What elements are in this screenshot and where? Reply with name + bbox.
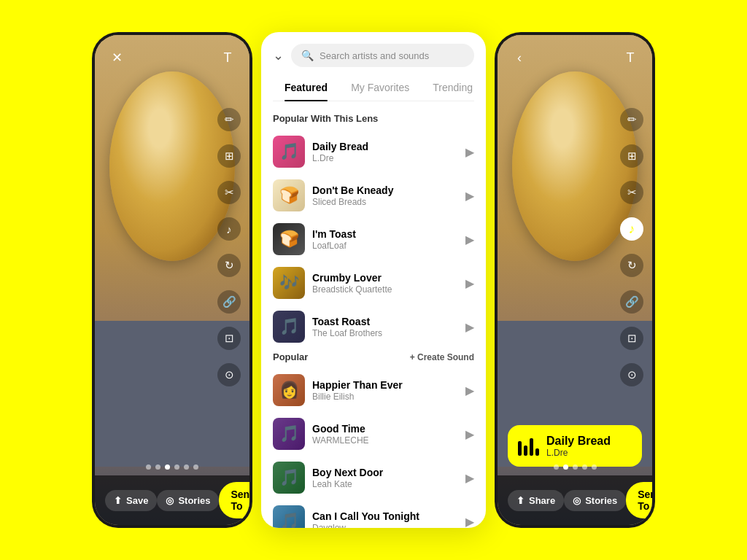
panel-body: Popular With This Lens 🎵 Daily Bread L.D… xyxy=(261,101,486,528)
song-item-dont-be-kneady[interactable]: 🍞 Don't Be Kneady Sliced Breads ▶ xyxy=(261,174,486,217)
dot-r3 xyxy=(573,464,578,470)
tab-trending[interactable]: Trending xyxy=(421,76,484,101)
song-title-1: Daily Bread xyxy=(312,141,458,152)
stories-label: Stories xyxy=(178,495,210,506)
song-thumb-2: 🍞 xyxy=(273,179,305,211)
left-phone: ✕ T ✏ ⊞ ✂ ♪ ↻ 🔗 ⊡ ⊙ ⬆ Save xyxy=(92,32,252,528)
bread-lens-overlay xyxy=(109,71,235,261)
song-artist-6: Billie Eilish xyxy=(312,392,458,402)
song-thumb-5: 🎵 xyxy=(273,311,305,343)
song-item-good-time[interactable]: 🎵 Good Time WARMLECHE ▶ xyxy=(261,412,486,456)
song-info-2: Don't Be Kneady Sliced Breads xyxy=(312,184,458,207)
popular-header: Popular + Create Sound xyxy=(261,349,486,368)
play-button-7[interactable]: ▶ xyxy=(465,427,474,441)
search-icon: 🔍 xyxy=(301,50,314,61)
song-thumb-7: 🎵 xyxy=(273,418,305,450)
play-button-3[interactable]: ▶ xyxy=(465,233,474,246)
dot-6 xyxy=(193,464,198,470)
song-title-5: Toast Roast xyxy=(312,316,458,327)
song-item-toast-roast[interactable]: 🎵 Toast Roast The Loaf Brothers ▶ xyxy=(261,305,486,349)
timer-tool-right[interactable]: ⊙ xyxy=(620,363,643,386)
music-visualizer xyxy=(518,435,539,456)
pen-tool[interactable]: ✏ xyxy=(217,108,241,131)
song-artist-5: The Loaf Brothers xyxy=(312,328,458,338)
play-button-8[interactable]: ▶ xyxy=(465,471,474,485)
dot-1 xyxy=(146,464,151,470)
close-button[interactable]: ✕ xyxy=(107,47,127,68)
song-title-8: Boy Next Door xyxy=(312,467,458,478)
music-tool-right[interactable]: ♪ xyxy=(620,217,643,241)
panel-header: ⌄ 🔍 Search artists and sounds Featured M… xyxy=(261,32,486,101)
stories-button[interactable]: ◎ Stories xyxy=(157,490,219,511)
music-tool[interactable]: ♪ xyxy=(217,217,241,241)
tab-featured[interactable]: Featured xyxy=(273,76,339,101)
song-item-boy-next-door[interactable]: 🎵 Boy Next Door Leah Kate ▶ xyxy=(261,456,486,499)
song-title-7: Good Time xyxy=(312,423,458,435)
song-item-call-you-tonight[interactable]: 🎵 Can I Call You Tonight Dayglow ▶ xyxy=(261,499,486,528)
song-artist-9: Dayglow xyxy=(312,523,458,529)
play-button-4[interactable]: ▶ xyxy=(465,276,474,290)
dot-2 xyxy=(155,464,160,470)
scissors-tool[interactable]: ✂ xyxy=(217,181,241,204)
bread-lens-overlay-right xyxy=(512,71,638,261)
sticker-tool[interactable]: ⊞ xyxy=(217,144,241,168)
bar-4 xyxy=(535,448,539,456)
play-button-5[interactable]: ▶ xyxy=(465,320,474,334)
song-artist-1: L.Dre xyxy=(312,153,458,163)
song-info-7: Good Time WARMLECHE xyxy=(312,423,458,446)
dot-3 xyxy=(165,464,170,470)
top-bar-right: ‹ T xyxy=(498,35,652,71)
pen-tool-right[interactable]: ✏ xyxy=(620,108,643,131)
top-bar: ✕ T xyxy=(95,35,249,71)
now-playing-bar[interactable]: Daily Bread L.Dre xyxy=(508,425,642,467)
play-button-2[interactable]: ▶ xyxy=(465,189,474,203)
song-item-happier[interactable]: 👩 Happier Than Ever Billie Eilish ▶ xyxy=(261,368,486,412)
popular-section-title: Popular xyxy=(273,351,308,362)
send-to-button-right[interactable]: Send To ▶ xyxy=(626,482,652,518)
song-item-crumby-lover[interactable]: 🎶 Crumby Lover Breadstick Quartette ▶ xyxy=(261,261,486,305)
rotate-tool-right[interactable]: ↻ xyxy=(620,254,643,277)
song-info-1: Daily Bread L.Dre xyxy=(312,141,458,163)
song-title-2: Don't Be Kneady xyxy=(312,184,458,196)
search-input[interactable]: Search artists and sounds xyxy=(320,50,429,61)
song-item-daily-bread[interactable]: 🎵 Daily Bread L.Dre ▶ xyxy=(261,130,486,174)
save-button[interactable]: ⬆ Save xyxy=(105,490,157,511)
crop-tool-right[interactable]: ⊡ xyxy=(620,327,643,350)
song-artist-7: WARMLECHE xyxy=(312,435,458,446)
tab-favorites[interactable]: My Favorites xyxy=(339,76,421,101)
share-button[interactable]: ⬆ Share xyxy=(508,490,564,511)
stories-button-right[interactable]: ◎ Stories xyxy=(564,490,626,511)
dot-r5 xyxy=(592,464,597,470)
song-info-9: Can I Call You Tonight Dayglow xyxy=(312,510,458,529)
collapse-button[interactable]: ⌄ xyxy=(273,47,284,63)
bar-3 xyxy=(530,438,533,456)
search-bar[interactable]: 🔍 Search artists and sounds xyxy=(291,44,474,67)
dot-r2 xyxy=(563,464,568,470)
send-to-button[interactable]: Send To ▶ xyxy=(219,482,249,518)
song-info-3: I'm Toast LoafLoaf xyxy=(312,228,458,251)
text-tool-button[interactable]: T xyxy=(217,47,238,68)
dot-r1 xyxy=(554,464,559,470)
timer-tool[interactable]: ⊙ xyxy=(217,363,241,386)
scissors-tool-right[interactable]: ✂ xyxy=(620,181,643,204)
bar-2 xyxy=(524,446,527,456)
play-button-6[interactable]: ▶ xyxy=(465,384,474,397)
share-icon: ⬆ xyxy=(516,495,525,506)
back-button[interactable]: ‹ xyxy=(509,47,530,68)
play-button-9[interactable]: ▶ xyxy=(465,515,474,529)
song-info-6: Happier Than Ever Billie Eilish xyxy=(312,379,458,402)
rotate-tool[interactable]: ↻ xyxy=(217,254,241,277)
play-button-1[interactable]: ▶ xyxy=(465,145,474,159)
create-sound-button[interactable]: + Create Sound xyxy=(410,352,474,362)
song-thumb-6: 👩 xyxy=(273,374,305,406)
text-tool-button-right[interactable]: T xyxy=(620,47,640,68)
stories-label-right: Stories xyxy=(585,495,617,506)
song-item-im-toast[interactable]: 🍞 I'm Toast LoafLoaf ▶ xyxy=(261,217,486,261)
right-tools: ✏ ⊞ ✂ ♪ ↻ 🔗 ⊡ ⊙ xyxy=(217,108,241,386)
sticker-tool-right[interactable]: ⊞ xyxy=(620,144,643,168)
song-title-3: I'm Toast xyxy=(312,228,458,240)
crop-tool[interactable]: ⊡ xyxy=(217,327,241,350)
link-tool-right[interactable]: 🔗 xyxy=(620,290,643,314)
link-tool[interactable]: 🔗 xyxy=(217,290,241,314)
song-artist-4: Breadstick Quartette xyxy=(312,284,458,295)
